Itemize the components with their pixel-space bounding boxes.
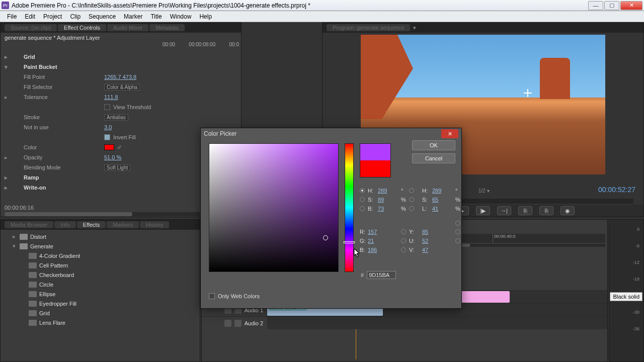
dialog-close-button[interactable]: ✕: [441, 129, 458, 138]
radio-s2[interactable]: [409, 197, 414, 202]
tab-info[interactable]: Info: [54, 221, 75, 228]
effects-tree-item[interactable]: Grid: [4, 308, 197, 318]
menu-window[interactable]: Window: [166, 13, 196, 20]
tab-audio-mixer[interactable]: Audio Mixer: [107, 24, 148, 31]
cancel-button[interactable]: Cancel: [412, 153, 455, 163]
menu-title[interactable]: Title: [146, 13, 166, 20]
radio-l[interactable]: [409, 206, 414, 211]
effects-tree-item[interactable]: Checkerboard: [4, 270, 197, 280]
hue-cursor[interactable]: [344, 241, 355, 243]
effects-tree-item[interactable]: Lens Flare: [4, 318, 197, 327]
lift-button[interactable]: ⎘: [518, 206, 532, 215]
radio-s[interactable]: [360, 197, 365, 202]
dropdown-icon[interactable]: ▾: [413, 25, 416, 31]
radio-v[interactable]: [401, 247, 406, 252]
sv-cursor[interactable]: [323, 235, 328, 240]
radio-u[interactable]: [401, 238, 406, 243]
hue-slider[interactable]: [345, 143, 354, 272]
saturation-value-field[interactable]: [209, 143, 339, 272]
tab-effect-controls[interactable]: Effect Controls: [58, 24, 106, 31]
premiere-icon: Pr: [2, 2, 9, 9]
effects-tree-item[interactable]: Ellipse: [4, 289, 197, 299]
tab-metadata[interactable]: Metadata: [149, 24, 185, 31]
effects-tree-item[interactable]: Cell Pattern: [4, 260, 197, 270]
fill-selector-dropdown[interactable]: Color & Alpha: [104, 84, 140, 90]
resolution-dropdown[interactable]: 1/2: [478, 188, 486, 194]
fx-paint-bucket[interactable]: Paint Bucket: [24, 64, 104, 70]
only-web-colors-checkbox[interactable]: [209, 293, 215, 299]
effects-tree-item[interactable]: ▾Generate: [4, 241, 197, 251]
fx-write-on[interactable]: Write-on: [24, 185, 104, 191]
value-s2[interactable]: 65: [432, 197, 454, 203]
menu-file[interactable]: File: [3, 13, 21, 20]
track-audio-2: Audio 2: [202, 316, 607, 329]
tab-media-browser[interactable]: Media Browser: [5, 221, 53, 228]
crosshair-icon: [524, 89, 532, 97]
twirl-icon[interactable]: ▸: [5, 54, 12, 60]
menu-clip[interactable]: Clip: [66, 13, 85, 20]
value-h2[interactable]: 289: [432, 188, 454, 194]
window-titlebar: Pr Adobe Premiere Pro - C:\InfiniteSkill…: [0, 0, 644, 11]
radio-h[interactable]: [360, 188, 365, 193]
value-h[interactable]: 289: [378, 188, 400, 194]
close-button[interactable]: ✕: [620, 1, 642, 10]
effects-tree-item[interactable]: 4-Color Gradient: [4, 251, 197, 260]
value-r[interactable]: 157: [368, 229, 377, 235]
step-forward-button[interactable]: |▶: [476, 206, 490, 215]
radio-h2[interactable]: [409, 188, 414, 193]
effects-tree-item[interactable]: Eyedropper Fill: [4, 299, 197, 308]
minimize-button[interactable]: —: [588, 1, 603, 10]
blend-dropdown[interactable]: Soft Light: [104, 164, 130, 171]
stroke-dropdown[interactable]: Antialias: [104, 114, 128, 121]
value-v[interactable]: 47: [422, 247, 431, 253]
menu-help[interactable]: Help: [195, 13, 216, 20]
fx-grid[interactable]: Grid: [24, 54, 104, 60]
solo-button[interactable]: [234, 320, 242, 327]
value-g[interactable]: 21: [368, 238, 377, 244]
tab-effects[interactable]: Effects: [77, 221, 106, 228]
radio-g[interactable]: [455, 229, 460, 234]
value-bl[interactable]: 186: [368, 247, 377, 253]
twirl-icon[interactable]: ▾: [5, 64, 12, 70]
program-timecode: 00:00:52:27: [598, 186, 635, 194]
color-swatch[interactable]: [104, 144, 114, 150]
fill-point-value[interactable]: 1265.7 473.8: [104, 74, 136, 80]
value-s[interactable]: 89: [378, 197, 400, 203]
value-l[interactable]: 41: [432, 206, 454, 212]
eyedropper-icon[interactable]: ✐: [117, 144, 122, 151]
effects-tree-item[interactable]: Circle: [4, 280, 197, 289]
color-picker-dialog: Color Picker ✕ OK Cancel H:289° H:289° S…: [200, 128, 462, 309]
radio-bl[interactable]: [455, 238, 460, 243]
extract-button[interactable]: ⎘: [539, 206, 553, 215]
tab-history[interactable]: History: [140, 221, 169, 228]
tab-markers[interactable]: Markers: [107, 221, 139, 228]
menu-bar: File Edit Project Clip Sequence Marker T…: [0, 11, 644, 22]
radio-b[interactable]: [360, 206, 365, 211]
fx-ramp[interactable]: Ramp: [24, 174, 104, 180]
export-frame-button[interactable]: ◉: [560, 206, 575, 215]
maximize-button[interactable]: ▢: [604, 1, 619, 10]
mute-button[interactable]: [224, 320, 231, 327]
menu-project[interactable]: Project: [39, 13, 66, 20]
tab-source[interactable]: Source: (no clip): [5, 24, 57, 31]
tolerance-value[interactable]: 111.8: [104, 94, 118, 100]
twirl-icon[interactable]: ▸: [5, 185, 12, 191]
checkbox[interactable]: [104, 134, 110, 140]
value-u[interactable]: 52: [422, 238, 431, 244]
value-b[interactable]: 73: [378, 206, 400, 212]
radio-y[interactable]: [401, 229, 406, 234]
radio-r[interactable]: [455, 221, 460, 226]
twirl-icon[interactable]: ▸: [5, 174, 12, 181]
menu-marker[interactable]: Marker: [120, 13, 146, 20]
menu-edit[interactable]: Edit: [21, 13, 39, 20]
checkbox[interactable]: [104, 104, 110, 110]
hex-input[interactable]: [367, 271, 396, 279]
value-y[interactable]: 85: [422, 229, 431, 235]
insert-button[interactable]: →|: [497, 206, 511, 215]
tab-program[interactable]: Program: generate sequence: [327, 24, 410, 31]
effects-tree-item[interactable]: ▸Distort: [4, 232, 197, 241]
effects-browser-panel: Media Browser Info Effects Markers Histo…: [0, 219, 200, 362]
ok-button[interactable]: OK: [412, 140, 455, 150]
opacity-value[interactable]: 51.0 %: [104, 154, 121, 160]
menu-sequence[interactable]: Sequence: [85, 13, 120, 20]
